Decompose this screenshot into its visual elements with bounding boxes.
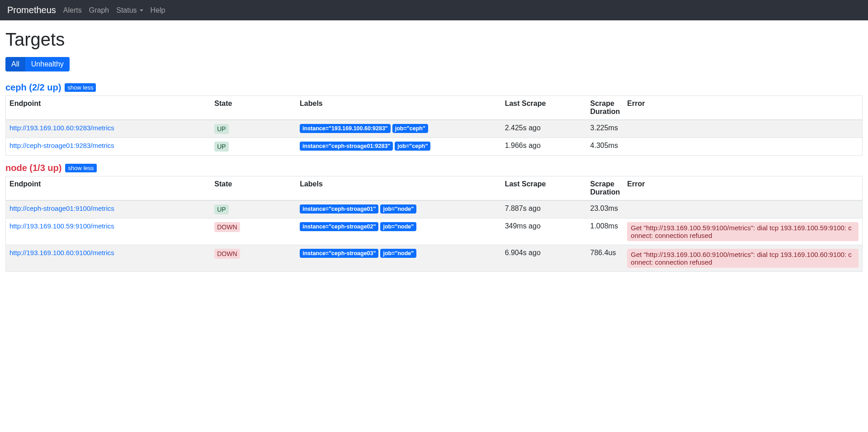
error-alert: Get "http://193.169.100.60:9100/metrics"… [627,249,859,268]
targets-table: EndpointStateLabelsLast ScrapeScrape Dur… [5,95,863,156]
label-badge: job="ceph" [395,142,430,151]
table-row: http://193.169.100.60:9100/metricsDOWNin… [6,245,863,272]
page-title: Targets [5,29,863,50]
label-badge: instance="ceph-stroage02" [300,222,378,231]
main-container: Targets All Unhealthy ceph (2/2 up)show … [0,20,868,285]
show-less-button[interactable]: show less [65,164,96,172]
column-header-last_scrape: Last Scrape [501,96,587,120]
endpoint-link[interactable]: http://ceph-stroage01:9100/metrics [9,204,114,212]
table-row: http://ceph-stroage01:9283/metricsUPinst… [6,138,863,156]
column-header-endpoint: Endpoint [6,176,211,201]
column-header-scrape_duration: Scrape Duration [587,176,624,201]
state-badge: UP [214,204,228,214]
column-header-state: State [211,176,296,201]
state-badge: DOWN [214,249,240,259]
state-badge: UP [214,124,228,134]
label-badge: job="node" [380,222,416,231]
column-header-labels: Labels [296,96,501,120]
endpoint-link[interactable]: http://193.169.100.59:9100/metrics [9,222,114,230]
label-badge: instance="193.169.100.60:9283" [300,124,391,133]
scrape-duration: 4.305ms [587,138,624,156]
column-header-endpoint: Endpoint [6,96,211,120]
brand[interactable]: Prometheus [7,5,56,15]
column-header-labels: Labels [296,176,501,201]
group-header: ceph (2/2 up)show less [5,82,863,93]
label-badge: instance="ceph-stroage01:9283" [300,142,393,151]
column-header-scrape_duration: Scrape Duration [587,96,624,120]
filter-all-button[interactable]: All [5,57,25,71]
nav-help[interactable]: Help [151,6,165,14]
scrape-duration: 1.008ms [587,218,624,245]
endpoint-link[interactable]: http://193.169.100.60:9283/metrics [9,124,114,132]
nav-status-label: Status [116,6,137,14]
column-header-last_scrape: Last Scrape [501,176,587,201]
group-title: node (1/3 up) [5,163,61,173]
label-badge: instance="ceph-stroage01" [300,204,378,214]
state-badge: UP [214,142,228,152]
column-header-error: Error [623,96,862,120]
last-scrape: 2.425s ago [501,120,587,138]
nav-graph[interactable]: Graph [89,6,109,14]
table-row: http://193.169.100.60:9283/metricsUPinst… [6,120,863,138]
scrape-duration: 3.225ms [587,120,624,138]
endpoint-link[interactable]: http://193.169.100.60:9100/metrics [9,249,114,256]
chevron-down-icon [140,9,143,11]
label-badge: job="node" [380,249,416,258]
column-header-error: Error [623,176,862,201]
nav-status[interactable]: Status [116,6,143,14]
last-scrape: 7.887s ago [501,200,587,218]
show-less-button[interactable]: show less [65,83,96,92]
endpoint-link[interactable]: http://ceph-stroage01:9283/metrics [9,142,114,149]
error-alert: Get "http://193.169.100.59:9100/metrics"… [627,222,859,241]
state-badge: DOWN [214,222,240,232]
targets-table: EndpointStateLabelsLast ScrapeScrape Dur… [5,176,863,272]
group-title: ceph (2/2 up) [5,82,61,93]
group-header: node (1/3 up)show less [5,163,863,173]
navbar: Prometheus Alerts Graph Status Help [0,0,868,20]
last-scrape: 6.904s ago [501,245,587,272]
scrape-duration: 786.4us [587,245,624,272]
nav-alerts[interactable]: Alerts [63,6,82,14]
column-header-state: State [211,96,296,120]
filter-unhealthy-button[interactable]: Unhealthy [25,57,70,71]
label-badge: job="node" [380,204,416,214]
table-row: http://193.169.100.59:9100/metricsDOWNin… [6,218,863,245]
last-scrape: 1.966s ago [501,138,587,156]
scrape-duration: 23.03ms [587,200,624,218]
label-badge: instance="ceph-stroage03" [300,249,378,258]
last-scrape: 349ms ago [501,218,587,245]
filter-group: All Unhealthy [5,57,70,71]
nav-links: Alerts Graph Status Help [63,6,165,14]
table-row: http://ceph-stroage01:9100/metricsUPinst… [6,200,863,218]
label-badge: job="ceph" [392,124,428,133]
